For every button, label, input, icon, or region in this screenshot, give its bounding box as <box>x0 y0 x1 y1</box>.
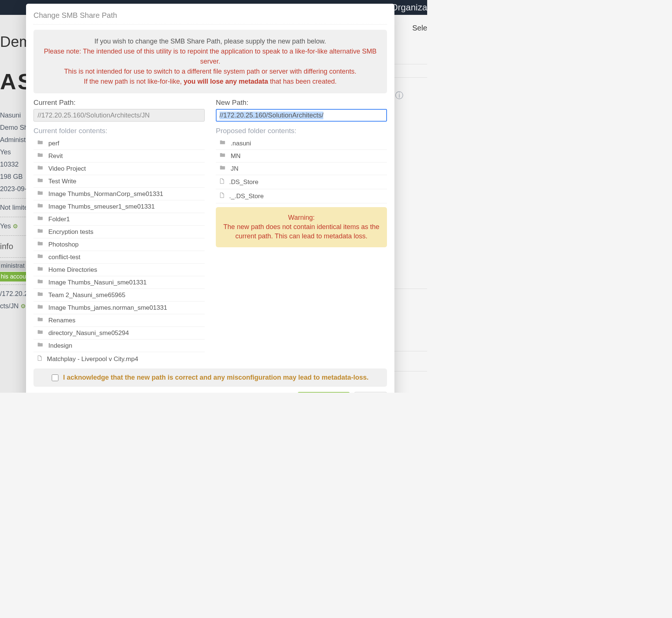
item-name: Team 2_Nasuni_sme65965 <box>48 292 125 299</box>
acknowledge-checkbox[interactable] <box>52 374 58 381</box>
modal-title: Change SMB Share Path <box>33 11 387 25</box>
current-path-column: Current Path: Current folder contents: p… <box>33 99 205 363</box>
list-item[interactable]: Image Thumbs_NormanCorp_sme01331 <box>33 188 205 200</box>
item-name: Folder1 <box>48 216 70 223</box>
acknowledge-box: I acknowledge that the new path is corre… <box>33 368 387 387</box>
item-name: Video Project <box>48 165 86 173</box>
list-item[interactable]: MN <box>216 150 387 162</box>
folder-icon <box>36 279 44 286</box>
folder-icon <box>36 342 44 350</box>
folder-icon <box>36 165 44 173</box>
list-item[interactable]: .nasuni <box>216 137 387 150</box>
info-icon[interactable]: ⓘ <box>395 90 403 101</box>
file-icon <box>36 354 42 363</box>
list-item[interactable]: Home Directories <box>33 264 205 276</box>
warning-box: Warning: The new path does not contain i… <box>216 207 387 247</box>
item-name: ._.DS_Store <box>229 193 264 200</box>
list-item[interactable]: Renames <box>33 314 205 327</box>
item-name: Photoshop <box>48 241 79 248</box>
item-name: directory_Nasuni_sme05294 <box>48 329 129 337</box>
list-item[interactable]: Image Thumbs_james.norman_sme01331 <box>33 302 205 314</box>
list-item[interactable]: conflict-test <box>33 251 205 264</box>
new-path-label: New Path: <box>216 99 387 107</box>
modal-footer: Update path Close <box>33 392 387 393</box>
info-box: If you wish to change the SMB Share Path… <box>33 30 387 93</box>
list-item[interactable]: perf <box>33 137 205 150</box>
folder-icon <box>219 165 226 173</box>
list-item[interactable]: Image Thumbs_Nasuni_sme01331 <box>33 276 205 289</box>
item-name: Image Thumbs_Nasuni_sme01331 <box>48 279 147 286</box>
nav-organization[interactable]: Organiza <box>391 2 427 13</box>
list-item[interactable]: Folder1 <box>33 213 205 226</box>
folder-icon <box>36 152 44 160</box>
item-name: .nasuni <box>231 140 251 147</box>
item-name: JN <box>231 165 239 173</box>
proposed-file-list[interactable]: .nasuniMNJN.DS_Store._.DS_Store <box>216 137 387 203</box>
folder-icon <box>36 215 44 223</box>
list-item[interactable]: Test Write <box>33 175 205 188</box>
background-left-panel: Dem AS Nasuni Demo Sh Administ Yes 10332… <box>0 15 28 393</box>
proposed-contents-label: Proposed folder contents: <box>216 127 387 135</box>
folder-icon <box>36 291 44 299</box>
gear-icon[interactable]: ⚙ <box>13 223 18 229</box>
list-item[interactable]: Matchplay - Liverpool v City.mp4 <box>33 352 205 363</box>
item-name: Image Thumbs_smeuser1_sme01331 <box>48 203 155 210</box>
item-name: Indesign <box>48 342 72 350</box>
folder-icon <box>36 329 44 337</box>
current-path-input <box>33 109 205 122</box>
list-item[interactable]: Image Thumbs_smeuser1_sme01331 <box>33 200 205 213</box>
list-item[interactable]: directory_Nasuni_sme05294 <box>33 327 205 339</box>
current-path-label: Current Path: <box>33 99 205 107</box>
list-item[interactable]: ._.DS_Store <box>216 189 387 203</box>
select-dropdown[interactable]: Sele <box>412 24 427 32</box>
list-item[interactable]: .DS_Store <box>216 175 387 189</box>
new-path-column: New Path: //172.20.25.160/SolutionArchit… <box>216 99 387 363</box>
file-icon <box>219 191 225 201</box>
folder-icon <box>36 139 44 147</box>
item-name: Test Write <box>48 178 76 185</box>
folder-icon <box>219 152 226 160</box>
item-name: .DS_Store <box>229 178 258 186</box>
item-name: Image Thumbs_james.norman_sme01331 <box>48 304 167 312</box>
list-item[interactable]: Photoshop <box>33 238 205 251</box>
list-item[interactable]: JN <box>216 162 387 175</box>
list-item[interactable]: Encryption tests <box>33 226 205 238</box>
item-name: Encryption tests <box>48 228 93 236</box>
current-file-list[interactable]: perfRevitVideo ProjectTest WriteImage Th… <box>33 137 205 363</box>
folder-icon <box>36 304 44 312</box>
list-item[interactable]: Revit <box>33 150 205 162</box>
close-button[interactable]: Close <box>354 392 387 393</box>
folder-icon <box>36 228 44 236</box>
update-path-button[interactable]: Update path <box>298 392 350 393</box>
current-contents-label: Current folder contents: <box>33 127 205 135</box>
item-name: Matchplay - Liverpool v City.mp4 <box>47 355 138 363</box>
folder-icon <box>36 241 44 248</box>
folder-icon <box>36 177 44 185</box>
item-name: Home Directories <box>48 266 97 274</box>
folder-icon <box>36 266 44 274</box>
gear-icon[interactable]: ⚙ <box>20 303 26 309</box>
folder-icon <box>36 316 44 324</box>
list-item[interactable]: Team 2_Nasuni_sme65965 <box>33 289 205 302</box>
folder-icon <box>36 253 44 261</box>
change-smb-path-modal: Change SMB Share Path If you wish to cha… <box>26 4 394 393</box>
list-item[interactable]: Video Project <box>33 162 205 175</box>
list-item[interactable]: Indesign <box>33 339 205 352</box>
folder-icon <box>36 190 44 198</box>
item-name: Renames <box>48 317 76 324</box>
new-path-input[interactable]: //172.20.25.160/SolutionArchitects/ <box>216 109 387 122</box>
folder-icon <box>36 203 44 210</box>
file-icon <box>219 177 225 187</box>
item-name: Revit <box>48 152 63 160</box>
folder-icon <box>219 139 226 147</box>
item-name: conflict-test <box>48 254 80 261</box>
item-name: Image Thumbs_NormanCorp_sme01331 <box>48 190 163 198</box>
acknowledge-label[interactable]: I acknowledge that the new path is corre… <box>63 374 368 382</box>
item-name: perf <box>48 140 59 147</box>
item-name: MN <box>231 152 240 160</box>
